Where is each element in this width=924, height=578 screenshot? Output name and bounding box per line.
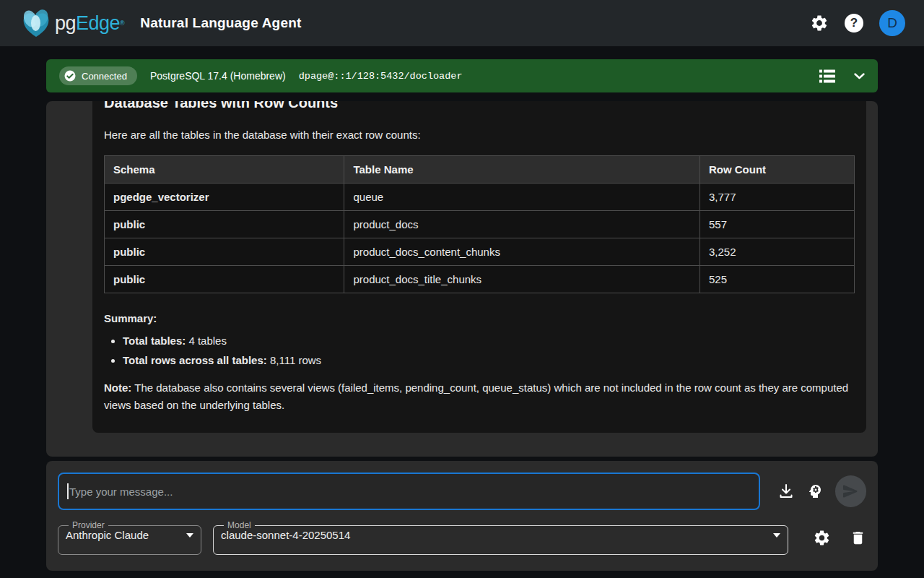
connection-expand-button[interactable] bbox=[854, 73, 865, 79]
cell-table-name: queue bbox=[344, 184, 699, 211]
model-settings-button[interactable] bbox=[813, 529, 831, 547]
note-paragraph: Note: The database also contains several… bbox=[104, 379, 855, 414]
page-title: Natural Language Agent bbox=[140, 15, 301, 31]
connection-bar: Connected PostgreSQL 17.4 (Homebrew) dpa… bbox=[46, 59, 878, 92]
bullet-value: 8,111 rows bbox=[267, 354, 321, 366]
cell-schema: public bbox=[105, 211, 344, 238]
column-header-row-count: Row Count bbox=[699, 156, 854, 184]
ai-thinking-button[interactable] bbox=[806, 483, 824, 500]
pgedge-logo-icon bbox=[19, 7, 53, 39]
bullet-label: Total rows across all tables: bbox=[123, 354, 267, 366]
column-header-schema: Schema bbox=[105, 156, 344, 184]
table-row: public product_docs 557 bbox=[105, 211, 855, 238]
cell-schema: pgedge_vectorizer bbox=[105, 184, 344, 211]
assistant-message: Database Tables with Row Counts Here are… bbox=[92, 101, 866, 433]
summary-list: Total tables: 4 tables Total rows across… bbox=[123, 335, 855, 366]
summary-label: Summary: bbox=[104, 312, 855, 324]
help-icon: ? bbox=[845, 14, 863, 33]
dropdown-arrow-icon bbox=[773, 533, 780, 538]
bullet-label: Total tables: bbox=[123, 335, 186, 347]
help-button[interactable]: ? bbox=[845, 14, 863, 33]
list-item: Total tables: 4 tables bbox=[123, 335, 855, 347]
model-value: claude-sonnet-4-20250514 bbox=[221, 529, 350, 541]
composer-panel: Provider Anthropic Claude Model claude-s… bbox=[46, 461, 878, 571]
row-counts-table: Schema Table Name Row Count pgedge_vecto… bbox=[104, 155, 855, 293]
provider-value: Anthropic Claude bbox=[66, 529, 149, 541]
message-heading: Database Tables with Row Counts bbox=[104, 101, 855, 111]
pgedge-logo: pgEdge® bbox=[19, 7, 124, 39]
cell-row-count: 3,777 bbox=[699, 184, 854, 211]
logo-text-pg: pg bbox=[55, 12, 76, 34]
psychology-icon bbox=[806, 483, 824, 500]
message-input[interactable] bbox=[58, 473, 760, 510]
cell-table-name: product_docs bbox=[344, 211, 699, 238]
connection-list-button[interactable] bbox=[819, 69, 835, 83]
bullet-value: 4 tables bbox=[186, 335, 227, 347]
chevron-down-icon bbox=[854, 73, 865, 79]
cell-row-count: 557 bbox=[699, 211, 854, 238]
table-row: pgedge_vectorizer queue 3,777 bbox=[105, 184, 855, 211]
table-row: public product_docs_content_chunks 3,252 bbox=[105, 238, 855, 266]
avatar: D bbox=[879, 10, 905, 36]
gear-icon bbox=[813, 529, 831, 547]
logo-registered-mark: ® bbox=[120, 20, 124, 27]
clear-chat-button[interactable] bbox=[850, 530, 866, 546]
text-caret bbox=[67, 483, 69, 499]
send-button[interactable] bbox=[835, 475, 866, 507]
user-menu-button[interactable]: D bbox=[879, 10, 905, 36]
provider-select[interactable]: Provider Anthropic Claude bbox=[58, 520, 201, 555]
settings-button[interactable] bbox=[810, 14, 829, 33]
download-icon bbox=[777, 483, 795, 500]
download-button[interactable] bbox=[777, 483, 795, 500]
trash-icon bbox=[850, 530, 866, 546]
dropdown-arrow-icon bbox=[186, 533, 193, 538]
column-header-table-name: Table Name bbox=[344, 156, 699, 184]
server-version-label: PostgreSQL 17.4 (Homebrew) bbox=[150, 70, 286, 82]
send-icon bbox=[842, 483, 859, 500]
logo-text-edge: Edge bbox=[76, 12, 120, 34]
connection-string: dpage@::1/128:5432/docloader bbox=[299, 71, 463, 82]
cell-table-name: product_docs_title_chunks bbox=[344, 266, 699, 293]
list-item: Total rows across all tables: 8,111 rows bbox=[123, 354, 855, 366]
cell-schema: public bbox=[105, 238, 344, 266]
status-label: Connected bbox=[82, 71, 127, 82]
cell-table-name: product_docs_content_chunks bbox=[344, 238, 699, 266]
message-intro: Here are all the tables in the database … bbox=[104, 129, 855, 141]
model-select[interactable]: Model claude-sonnet-4-20250514 bbox=[213, 520, 788, 555]
server-list-icon bbox=[819, 69, 835, 83]
check-circle-icon bbox=[64, 69, 77, 82]
note-text: The database also contains several views… bbox=[104, 381, 848, 411]
chat-scroll-area[interactable]: Database Tables with Row Counts Here are… bbox=[46, 101, 878, 457]
cell-row-count: 525 bbox=[699, 266, 854, 293]
app-header: pgEdge® Natural Language Agent ? D bbox=[0, 0, 924, 46]
note-label: Note: bbox=[104, 381, 131, 394]
table-row: public product_docs_title_chunks 525 bbox=[105, 266, 855, 293]
status-badge: Connected bbox=[59, 66, 137, 85]
cell-row-count: 3,252 bbox=[699, 238, 854, 266]
gear-icon bbox=[810, 14, 829, 33]
cell-schema: public bbox=[105, 266, 344, 293]
table-header-row: Schema Table Name Row Count bbox=[105, 156, 855, 184]
